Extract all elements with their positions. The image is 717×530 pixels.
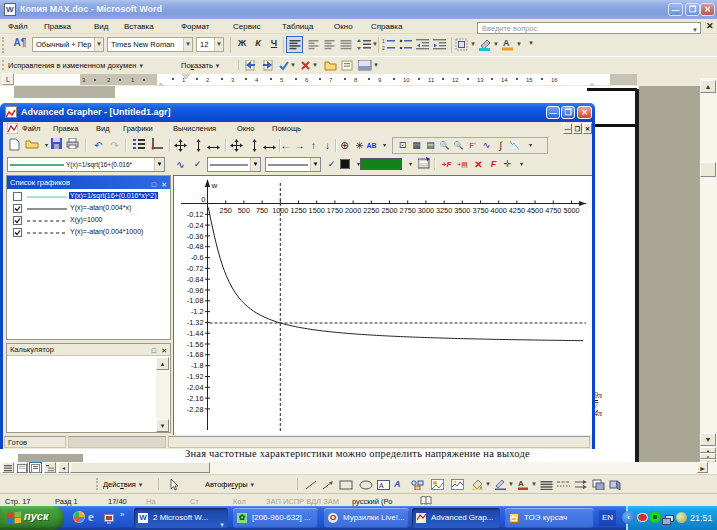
svg-text:3250: 3250 <box>436 206 452 215</box>
svg-text:-2.28: -2.28 <box>187 405 204 414</box>
svg-text:-0.6: -0.6 <box>191 253 204 262</box>
svg-text:-2.04: -2.04 <box>187 383 204 392</box>
svg-text:4750: 4750 <box>545 206 561 215</box>
svg-text:2500: 2500 <box>381 206 397 215</box>
svg-text:1250: 1250 <box>290 206 306 215</box>
svg-text:-0.12: -0.12 <box>187 210 204 219</box>
svg-text:500: 500 <box>238 206 250 215</box>
svg-text:750: 750 <box>256 206 268 215</box>
svg-text:2000: 2000 <box>345 206 361 215</box>
svg-text:0: 0 <box>201 195 205 204</box>
svg-text:-0.48: -0.48 <box>187 242 204 251</box>
svg-text:-1.44: -1.44 <box>187 329 204 338</box>
svg-text:A: A <box>379 482 384 489</box>
svg-text:-2.16: -2.16 <box>187 394 204 403</box>
svg-text:-1.2: -1.2 <box>191 307 204 316</box>
svg-text:1500: 1500 <box>309 206 325 215</box>
svg-text:3750: 3750 <box>472 206 488 215</box>
svg-text:A: A <box>518 479 524 488</box>
svg-text:-1.56: -1.56 <box>187 340 204 349</box>
svg-text:-0.72: -0.72 <box>187 264 204 273</box>
svg-text:5000: 5000 <box>563 206 579 215</box>
svg-text:4500: 4500 <box>527 206 543 215</box>
svg-text:250: 250 <box>220 206 232 215</box>
svg-text:4250: 4250 <box>509 206 525 215</box>
svg-text:-1.32: -1.32 <box>187 318 204 327</box>
svg-text:1750: 1750 <box>327 206 343 215</box>
svg-text:2750: 2750 <box>400 206 416 215</box>
svg-text:3500: 3500 <box>454 206 470 215</box>
svg-text:w: w <box>211 181 218 190</box>
svg-text:2: 2 <box>382 45 385 51</box>
svg-text:1: 1 <box>382 38 385 44</box>
svg-text:-1.92: -1.92 <box>187 372 204 381</box>
svg-text:3000: 3000 <box>418 206 434 215</box>
svg-text:-0.96: -0.96 <box>187 286 204 295</box>
svg-text:-0.84: -0.84 <box>187 275 204 284</box>
svg-text:A: A <box>503 38 510 48</box>
svg-text:2250: 2250 <box>363 206 379 215</box>
svg-text:-0.24: -0.24 <box>187 221 204 230</box>
svg-text:-0.36: -0.36 <box>187 232 204 241</box>
svg-text:-1.8: -1.8 <box>191 361 204 370</box>
svg-text:4000: 4000 <box>491 206 507 215</box>
svg-text:-1.08: -1.08 <box>187 296 204 305</box>
svg-text:-1.68: -1.68 <box>187 350 204 359</box>
